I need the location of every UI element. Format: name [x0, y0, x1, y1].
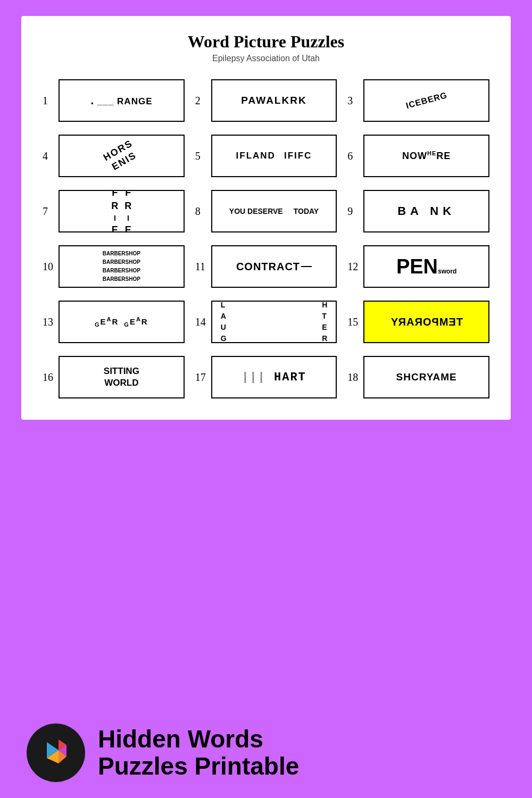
puzzle-number-13: 13 — [43, 316, 53, 328]
footer: Hidden Words Puzzles Printable — [0, 708, 532, 798]
puzzle-item-18: 18 SHCRYAME — [347, 356, 489, 398]
puzzle-box-15: TEMPORARY — [363, 301, 489, 343]
puzzle-content-16: SITTINGWORLD — [104, 365, 139, 389]
logo-icon — [37, 734, 74, 771]
puzzle-number-1: 1 — [43, 95, 53, 107]
puzzle-box-1: . ___ RANGE — [59, 79, 185, 122]
puzzle-item-10: 10 BARBERSHOPBARBERSHOPBARBERSHOPBARBERS… — [43, 245, 185, 288]
puzzle-box-8: YOU DESERVETODAY — [211, 190, 337, 232]
puzzle-box-9: BA NK — [363, 190, 489, 232]
puzzle-number-15: 15 — [347, 316, 358, 328]
puzzle-item-11: 11 CONTRACT — [195, 245, 337, 288]
puzzle-box-5: IFLANDIFIFC — [211, 135, 337, 177]
puzzle-number-17: 17 — [195, 371, 206, 384]
puzzle-item-3: 3 ICEBERG — [347, 79, 489, 122]
puzzle-number-14: 14 — [195, 316, 206, 328]
puzzle-item-6: 6 NOWHERE — [347, 135, 489, 177]
puzzle-number-5: 5 — [195, 150, 206, 162]
puzzle-number-16: 16 — [43, 371, 53, 384]
puzzle-content-7: FF RR II EE — [111, 190, 131, 232]
puzzle-box-10: BARBERSHOPBARBERSHOPBARBERSHOPBARBERSHOP — [59, 245, 185, 288]
puzzle-content-12: PENsword — [396, 255, 456, 278]
puzzle-number-3: 3 — [347, 95, 358, 107]
puzzle-box-12: PENsword — [363, 245, 489, 288]
puzzle-number-9: 9 — [347, 205, 358, 218]
puzzle-number-10: 10 — [43, 261, 53, 273]
logo-circle — [27, 724, 85, 782]
puzzle-content-9: BA NK — [397, 204, 455, 218]
puzzle-content-15: TEMPORARY — [390, 316, 463, 328]
puzzle-content-3: ICEBERG — [405, 90, 448, 111]
puzzle-item-4: 4 HORSENIS — [43, 135, 185, 177]
puzzle-box-14: L A U G H T E R — [211, 301, 337, 343]
puzzle-box-18: SHCRYAME — [363, 356, 489, 398]
puzzle-number-8: 8 — [195, 205, 206, 218]
puzzle-item-8: 8 YOU DESERVETODAY — [195, 190, 337, 232]
puzzle-box-7: FF RR II EE — [59, 190, 185, 232]
puzzle-number-2: 2 — [195, 95, 206, 107]
footer-title: Hidden Words Puzzles Printable — [98, 726, 299, 779]
puzzle-box-2: PAWALKRK — [211, 79, 337, 122]
puzzle-box-3: ICEBERG — [363, 79, 489, 122]
puzzle-number-7: 7 — [43, 205, 53, 218]
puzzle-box-6: NOWHERE — [363, 135, 489, 177]
puzzle-content-8: YOU DESERVETODAY — [229, 207, 319, 215]
puzzle-box-11: CONTRACT — [211, 245, 337, 288]
puzzle-content-10: BARBERSHOPBARBERSHOPBARBERSHOPBARBERSHOP — [103, 250, 140, 284]
puzzle-content-18: SHCRYAME — [396, 371, 457, 383]
puzzle-content-5: IFLANDIFIFC — [236, 151, 312, 161]
puzzle-item-9: 9 BA NK — [347, 190, 489, 232]
main-card: Word Picture Puzzles Epilepsy Associatio… — [21, 16, 511, 420]
puzzle-box-13: GEAR GEAR — [59, 301, 185, 343]
puzzle-item-16: 16 SITTINGWORLD — [43, 356, 185, 398]
puzzle-number-4: 4 — [43, 150, 53, 162]
puzzle-number-18: 18 — [347, 371, 358, 384]
puzzle-content-1: . ___ RANGE — [90, 94, 152, 107]
puzzle-item-7: 7 FF RR II EE — [43, 190, 185, 232]
puzzle-number-12: 12 — [347, 261, 358, 273]
puzzle-item-13: 13 GEAR GEAR — [43, 301, 185, 343]
puzzle-number-6: 6 — [347, 150, 358, 162]
puzzle-item-1: 1 . ___ RANGE — [43, 79, 185, 122]
puzzle-item-14: 14 L A U G H T E R — [195, 301, 337, 343]
puzzle-box-17: ||| HART — [211, 356, 337, 398]
puzzle-item-12: 12 PENsword — [347, 245, 489, 288]
puzzles-grid: 1 . ___ RANGE 2 PAWALKRK 3 ICEBERG 4 HOR… — [43, 79, 489, 398]
puzzle-content-2: PAWALKRK — [241, 95, 306, 106]
puzzle-item-2: 2 PAWALKRK — [195, 79, 337, 122]
puzzle-item-5: 5 IFLANDIFIFC — [195, 135, 337, 177]
puzzle-content-11: CONTRACT — [236, 261, 312, 273]
page-subtitle: Epilepsy Association of Utah — [43, 54, 489, 63]
puzzle-content-4: HORSENIS — [102, 137, 142, 175]
puzzle-content-17: ||| HART — [242, 371, 306, 384]
puzzle-number-11: 11 — [195, 261, 206, 273]
puzzle-content-13: GEAR GEAR — [95, 316, 148, 328]
puzzle-content-14: L A U G H T E R — [212, 301, 336, 343]
page-title: Word Picture Puzzles — [43, 32, 489, 52]
puzzle-box-4: HORSENIS — [59, 135, 185, 177]
puzzle-item-15: 15 TEMPORARY — [347, 301, 489, 343]
puzzle-item-17: 17 ||| HART — [195, 356, 337, 398]
puzzle-content-6: NOWHERE — [402, 150, 451, 162]
puzzle-box-16: SITTINGWORLD — [59, 356, 185, 398]
